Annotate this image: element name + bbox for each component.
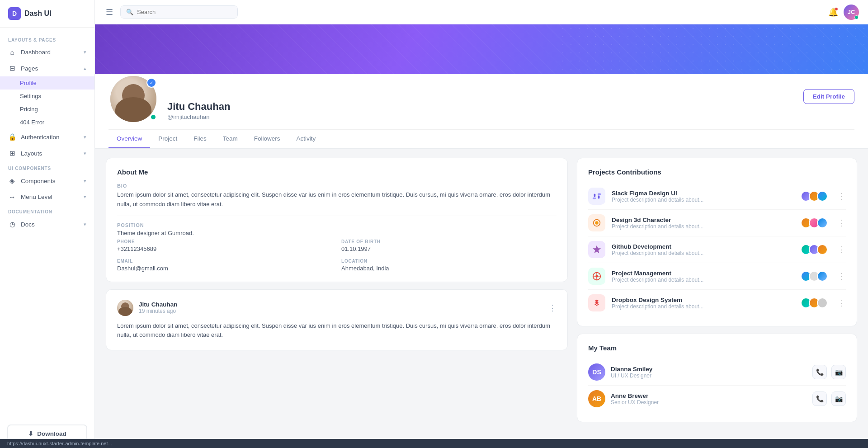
profile-right-column: Projects Contributions Sla (577, 158, 857, 422)
post-meta: Jitu Chauhan 19 minutes ago (139, 301, 543, 314)
team-video-button-1[interactable]: 📷 (831, 391, 846, 406)
location-label: LOCATION (341, 259, 557, 264)
project-name-0: Slack Figma Design UI (612, 190, 794, 197)
project-avatars-1 (801, 217, 828, 228)
sidebar-nav: LAYOUTS & PAGES ⌂ Dashboard ▾ ⊟ Pages ▴ … (0, 28, 94, 419)
profile-name: Jitu Chauhan (167, 101, 794, 113)
projects-title: Projects Contributions (588, 168, 846, 176)
sidebar-item-pages[interactable]: ⊟ Pages ▴ (0, 60, 94, 76)
profile-header: ✓ Jitu Chauhan @imjituchauhan Edit Profi… (95, 74, 868, 149)
project-menu-button-4[interactable]: ⋮ (838, 298, 846, 308)
project-avatar (817, 191, 828, 202)
project-menu-button-2[interactable]: ⋮ (838, 245, 846, 255)
tab-overview[interactable]: Overview (108, 130, 150, 148)
lock-icon: 🔒 (8, 133, 16, 141)
project-menu-button-3[interactable]: ⋮ (838, 271, 846, 281)
sidebar-logo: D Dash UI (0, 0, 94, 28)
hamburger-button[interactable]: ☰ (104, 5, 115, 19)
user-avatar[interactable]: JC (844, 5, 859, 20)
logo-icon: D (8, 7, 21, 20)
dob-field: DATE OF BIRTH 01.10.1997 (341, 239, 557, 252)
chevron-down-icon: ▾ (84, 134, 86, 140)
bio-text: Lorem ipsum dolor sit amet, consectetur … (117, 190, 557, 209)
dob-value: 01.10.1997 (341, 245, 557, 252)
sidebar-item-docs-label: Docs (21, 221, 35, 228)
sidebar-sub-item-profile[interactable]: Profile (0, 76, 94, 90)
project-icon-mgmt (588, 268, 605, 285)
project-info-1: Design 3d Character Project description … (612, 217, 794, 230)
project-menu-button-1[interactable]: ⋮ (838, 218, 846, 228)
position-value: Theme designer at Gumroad. (117, 230, 557, 236)
team-call-button-1[interactable]: 📞 (812, 391, 827, 406)
project-icon-slack (588, 188, 605, 205)
chevron-down-icon: ▾ (84, 49, 86, 55)
project-icon-design (588, 214, 605, 231)
section-label-docs: DOCUMENTATION (0, 205, 94, 216)
sidebar-item-dashboard-label: Dashboard (21, 49, 51, 56)
team-video-button-0[interactable]: 📷 (831, 365, 846, 379)
sidebar-sub-item-settings[interactable]: Settings (0, 90, 94, 103)
position-label: POSITION (117, 222, 557, 228)
project-name-4: Dropbox Design System (612, 297, 794, 303)
email-field: EMAIL Dashui@gmail.com (117, 259, 332, 272)
notification-bell-button[interactable]: 🔔 (828, 7, 838, 17)
sidebar-item-components[interactable]: ◈ Components ▾ (0, 173, 94, 189)
search-icon: 🔍 (126, 9, 133, 15)
tab-followers[interactable]: Followers (246, 130, 288, 148)
project-desc-2: Project description and details about... (612, 250, 794, 256)
profile-body: About Me Bio Lorem ipsum dolor sit amet,… (95, 149, 868, 431)
email-value: Dashui@gmail.com (117, 265, 332, 272)
sidebar-sub-item-pricing[interactable]: Pricing (0, 103, 94, 116)
sidebar: D Dash UI LAYOUTS & PAGES ⌂ Dashboard ▾ … (0, 0, 95, 448)
menu-level-icon: ↔ (8, 193, 16, 201)
section-label-layouts: LAYOUTS & PAGES (0, 33, 94, 44)
my-team-title: My Team (588, 344, 846, 352)
svg-marker-2 (593, 245, 601, 253)
team-info-1: Anne Brewer Senior UX Designer (611, 392, 807, 406)
tab-team[interactable]: Team (215, 130, 246, 148)
sidebar-item-authentication[interactable]: 🔒 Authentication ▾ (0, 129, 94, 145)
search-box: 🔍 (120, 5, 238, 19)
edit-profile-button[interactable]: Edit Profile (803, 89, 854, 104)
dob-label: DATE OF BIRTH (341, 239, 557, 244)
tab-project[interactable]: Project (150, 130, 185, 148)
sidebar-item-menu-level[interactable]: ↔ Menu Level ▾ (0, 189, 94, 205)
team-member-name-1: Anne Brewer (611, 392, 807, 399)
sidebar-item-menu-label: Menu Level (21, 193, 52, 200)
home-icon: ⌂ (8, 48, 16, 56)
bio-label: Bio (117, 183, 557, 189)
about-me-title: About Me (117, 168, 557, 176)
sidebar-sub-item-404[interactable]: 404 Error (0, 116, 94, 129)
project-desc-1: Project description and details about... (612, 223, 794, 230)
email-label: EMAIL (117, 259, 332, 264)
sidebar-item-layouts[interactable]: ⊞ Layouts ▾ (0, 145, 94, 161)
team-avatar-1: AB (588, 390, 605, 407)
phone-value: +32112345689 (117, 245, 332, 252)
sidebar-item-docs[interactable]: ◷ Docs ▾ (0, 216, 94, 232)
team-info-0: Dianna Smiley UI / UX Designer (611, 366, 807, 379)
search-input[interactable] (137, 9, 232, 15)
my-team-card: My Team DS Dianna Smiley UI / UX Designe… (577, 334, 857, 422)
project-name-2: Github Development (612, 243, 794, 250)
project-menu-button-0[interactable]: ⋮ (838, 191, 846, 201)
chevron-up-icon: ▴ (84, 66, 86, 71)
team-call-button-0[interactable]: 📞 (812, 365, 827, 379)
team-avatar-0: DS (588, 363, 605, 381)
tab-activity[interactable]: Activity (288, 130, 324, 148)
sidebar-item-pages-label: Pages (21, 65, 38, 72)
chevron-down-icon: ▾ (84, 222, 86, 227)
profile-online-dot (150, 114, 156, 120)
svg-point-1 (595, 221, 598, 224)
project-desc-4: Project description and details about... (612, 303, 794, 310)
profile-header-top: ✓ Jitu Chauhan @imjituchauhan Edit Profi… (108, 74, 854, 129)
profile-verified-badge: ✓ (146, 78, 156, 88)
project-item-3: Project Management Project description a… (588, 263, 846, 290)
project-avatar (817, 297, 828, 308)
sidebar-item-dashboard[interactable]: ⌂ Dashboard ▾ (0, 44, 94, 60)
tab-files[interactable]: Files (185, 130, 215, 148)
chevron-down-icon: ▾ (84, 194, 86, 200)
sidebar-item-auth-label: Authentication (21, 134, 60, 141)
docs-icon: ◷ (8, 220, 16, 228)
download-icon: ⬇ (28, 430, 33, 437)
post-menu-button[interactable]: ⋮ (548, 303, 557, 313)
